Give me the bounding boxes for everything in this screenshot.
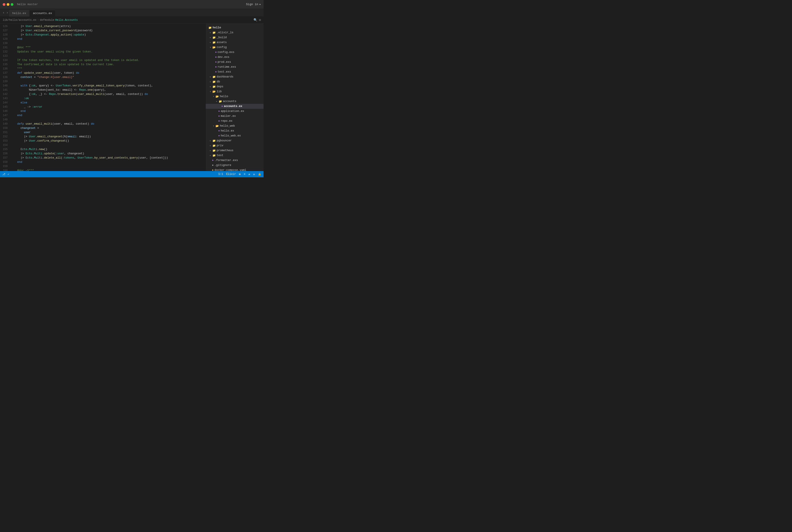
sidebar-item-label: hello [220, 95, 228, 98]
file-icon: ● [215, 70, 216, 74]
sidebar-item-hello.ex-web[interactable]: ●hello.ex [206, 129, 264, 133]
split-editor-icon[interactable]: ⊡ [259, 18, 261, 22]
layout-icon[interactable]: ⊞ [239, 173, 241, 176]
sync-icon[interactable]: ⇄ [249, 173, 250, 176]
sidebar-item-dashboards[interactable]: ▸📁dashboards [206, 74, 264, 79]
sidebar-item-label: assets [216, 41, 227, 44]
code-line-136: """ [14, 67, 206, 71]
sidebar-item-label: pgbouncer [216, 139, 232, 142]
sidebar-item-accounts.ex[interactable]: ●accounts.ex [206, 104, 264, 109]
traffic-lights [3, 3, 13, 6]
minimize-button[interactable] [7, 3, 10, 6]
tab-hello-ex[interactable]: hello.ex [9, 10, 29, 17]
code-line-153: |> User.confirm_changeset() [14, 139, 206, 143]
branch-name: master [27, 3, 38, 6]
code-line-130 [14, 41, 206, 45]
code-line-149: defp user_email_multi(user, email, conte… [14, 122, 206, 126]
sidebar-item-label: priv [216, 144, 223, 147]
sidebar-item-.gitignore[interactable]: ●.gitignore [206, 163, 264, 168]
file-icon: ● [218, 129, 220, 132]
check-icon: ✓ [7, 173, 9, 176]
sidebar-item-label: test [216, 154, 223, 157]
language-indicator: Elixir [226, 173, 236, 176]
sidebar-item-hello_web-dir[interactable]: ▾📂hello_web [206, 124, 264, 129]
code-line-131: @doc """ [14, 45, 206, 50]
sidebar-item-application.ex[interactable]: ●application.ex [206, 109, 264, 114]
sidebar-item-config[interactable]: ▾📂config [206, 45, 264, 50]
sidebar-item-_build[interactable]: ▸📁_build [206, 35, 264, 40]
sign-in-button[interactable]: Sign in ▾ [246, 3, 261, 6]
sidebar-item-prod.exs[interactable]: ●prod.exs [206, 60, 264, 64]
sidebar-item-label: test.exs [218, 70, 231, 74]
sidebar-item-db[interactable]: ▸📁db [206, 79, 264, 84]
sidebar-item-mailer.ex[interactable]: ●mailer.ex [206, 114, 264, 119]
code-line-129: end [14, 37, 206, 41]
code-line-145: _ -> :error [14, 105, 206, 109]
cursor-position: 1:1 [218, 173, 223, 176]
sidebar-item-repo.ex[interactable]: ●repo.ex [206, 119, 264, 124]
folder-icon: 📁 [212, 80, 216, 83]
close-button[interactable] [3, 3, 5, 6]
file-icon: ● [218, 110, 220, 113]
folder-icon: 📁 [212, 75, 216, 79]
tab-accounts-ex[interactable]: accounts.ex [30, 10, 55, 17]
sidebar-item-prometheus[interactable]: ▸📁prometheus [206, 148, 264, 153]
notifications-icon[interactable]: ✉ [253, 173, 255, 176]
folder-icon: 📁 [212, 154, 216, 157]
code-line-143: :ok [14, 96, 206, 101]
code-line-128: |> Ecto.Changeset.apply_action(:update) [14, 33, 206, 37]
folder-icon: 📁 [219, 100, 222, 103]
sidebar-item-hello_web.ex[interactable]: ●hello_web.ex [206, 133, 264, 138]
code-line-140: with {:ok, query} <- UserToken.verify_ch… [14, 84, 206, 88]
sidebar-item-elixir_ls[interactable]: ▸📁.elixir_ls [206, 30, 264, 35]
nav-forward[interactable]: › [5, 11, 9, 15]
sidebar-item-deps[interactable]: ▸📁deps [206, 84, 264, 89]
code-line-146: end [14, 109, 206, 113]
code-line-127: |> User.validate_current_password(passwo… [14, 28, 206, 33]
sidebar-item-docker-compose.yaml[interactable]: ●docker-compose.yaml [206, 168, 264, 171]
file-icon: ● [212, 164, 213, 167]
sidebar-item-label: runtime.exs [218, 65, 236, 69]
tab-bar: ‹ › hello.ex accounts.ex [0, 9, 264, 17]
sidebar-item-lib[interactable]: ▾📂lib [206, 89, 264, 94]
lock-icon[interactable]: 🔒 [258, 173, 261, 176]
code-area[interactable]: 1261271281291301311321331341351361371381… [0, 23, 206, 171]
sidebar-item-label: dev.exs [218, 56, 229, 59]
sidebar-item-priv[interactable]: ▸📁priv [206, 143, 264, 148]
code-line-138: context = "change:#{user.email}" [14, 75, 206, 79]
code-content[interactable]: |> User.email_changeset(attrs) |> User.v… [11, 23, 206, 171]
sidebar-item-assets[interactable]: ▸📁assets [206, 40, 264, 45]
sidebar-item-.formatter.exs[interactable]: ●.formatter.exs [206, 158, 264, 163]
folder-icon: 📁 [212, 144, 216, 147]
sidebar-item-test[interactable]: ▸📁test [206, 153, 264, 158]
statusbar-left: ⎇ ✓ [2, 173, 9, 176]
search-icon[interactable]: 🔍 [253, 18, 257, 22]
settings-icon[interactable]: ≡ [244, 173, 245, 176]
file-icon: ● [221, 105, 223, 108]
sidebar-item-dev.exs[interactable]: ●dev.exs [206, 55, 264, 60]
folder-icon: 📂 [212, 46, 216, 49]
sidebar-item-config.exs[interactable]: ●config.exs [206, 50, 264, 55]
code-line-148 [14, 118, 206, 122]
folder-icon: 📁 [212, 41, 216, 44]
folder-icon: 📁 [212, 139, 216, 142]
nav-back[interactable]: ‹ [2, 11, 5, 15]
sidebar-item-label: db [216, 80, 220, 83]
sidebar-item-runtime.exs[interactable]: ●runtime.exs [206, 64, 264, 70]
sidebar-item-pgbouncer[interactable]: ▸📁pgbouncer [206, 138, 264, 143]
code-line-132: Updates the user email using the given t… [14, 50, 206, 54]
sidebar-item-label: config.exs [218, 51, 234, 54]
file-icon: ● [218, 115, 220, 118]
statusbar: ⎇ ✓ 1:1 Elixir ⊞ ≡ ⇄ ✉ 🔒 [0, 171, 264, 177]
sidebar-item-test.exs[interactable]: ●test.exs [206, 70, 264, 74]
sidebar-item-label: prod.exs [218, 60, 231, 64]
titlebar-title: hello master [17, 3, 38, 6]
code-line-126: |> User.email_changeset(attrs) [14, 24, 206, 28]
sidebar-item-accounts-dir[interactable]: ▸📁accounts [206, 99, 264, 104]
sidebar-item-label: lib [216, 90, 222, 93]
file-icon: ● [215, 65, 216, 69]
maximize-button[interactable] [11, 3, 13, 6]
file-icon: ● [218, 119, 220, 122]
sidebar-item-hello-dir[interactable]: ▾📂hello [206, 94, 264, 99]
code-line-150: changeset = [14, 126, 206, 130]
